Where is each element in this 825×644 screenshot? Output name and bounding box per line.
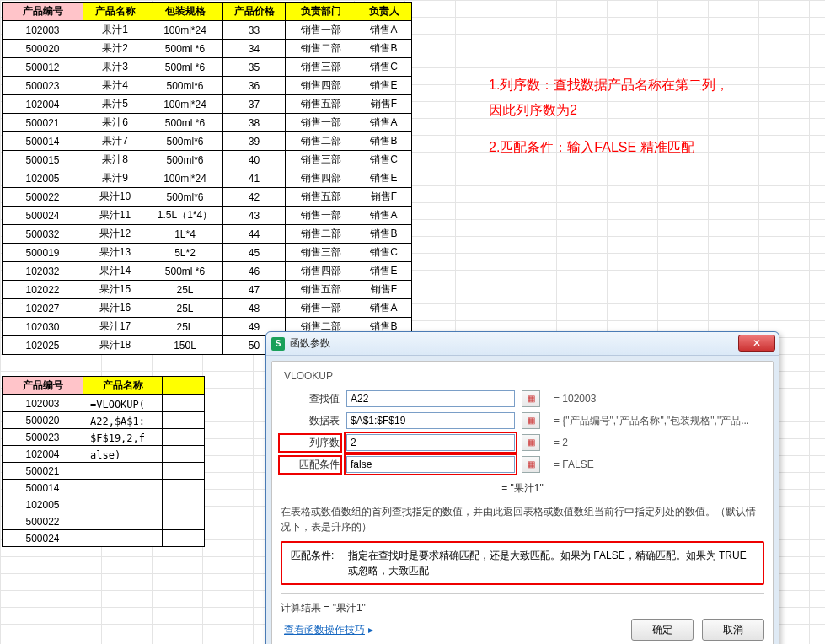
cell[interactable]: 销售B (356, 132, 412, 151)
cell[interactable]: 销售二部 (286, 225, 356, 244)
cell[interactable]: 500021 (3, 114, 83, 132)
cell[interactable]: 果汁10 (83, 188, 147, 207)
cell[interactable]: 销售四部 (286, 262, 356, 281)
cell[interactable]: 销售A (356, 299, 412, 318)
cell[interactable]: 33 (223, 21, 286, 40)
range-selector-button[interactable]: ▦ (522, 390, 540, 407)
table-row[interactable]: 102005 (3, 496, 205, 513)
cell[interactable]: 销售F (356, 95, 412, 114)
cell[interactable]: 500022 (3, 513, 83, 530)
cell[interactable]: 销售F (356, 188, 412, 207)
cell[interactable]: 102025 (3, 336, 83, 355)
table-row[interactable]: 500023果汁4500ml*636销售四部销售E (3, 77, 412, 95)
cell[interactable]: 102003 (3, 395, 83, 412)
cell[interactable]: 销售B (356, 225, 412, 244)
cell[interactable]: 500019 (3, 244, 83, 262)
cell[interactable]: 500ml *6 (147, 40, 223, 58)
cell[interactable] (83, 480, 163, 496)
cell[interactable]: 果汁1 (83, 21, 147, 40)
cell[interactable]: 销售二部 (286, 132, 356, 151)
cell[interactable]: 销售A (356, 207, 412, 225)
cell[interactable]: 销售三部 (286, 151, 356, 169)
table-row[interactable]: 102027果汁1625L48销售一部销售A (3, 299, 412, 318)
table-row[interactable]: 500019果汁135L*245销售三部销售C (3, 244, 412, 262)
range-selector-button[interactable]: ▦ (522, 412, 540, 429)
cell[interactable]: 150L (147, 336, 223, 355)
cell[interactable]: 果汁18 (83, 336, 147, 355)
cell[interactable]: 500014 (3, 132, 83, 151)
cell[interactable]: 销售一部 (286, 114, 356, 132)
cell[interactable]: 102005 (3, 496, 83, 513)
cell[interactable]: 102030 (3, 318, 83, 336)
cell[interactable]: 果汁17 (83, 318, 147, 336)
range-selector-button[interactable]: ▦ (522, 434, 540, 451)
cell[interactable]: 果汁13 (83, 244, 147, 262)
table-row[interactable]: 500014果汁7500ml*639销售二部销售B (3, 132, 412, 151)
cell[interactable]: 销售E (356, 262, 412, 281)
table-array-input[interactable] (346, 412, 515, 429)
table-row[interactable]: 500021果汁6500ml *638销售一部销售A (3, 114, 412, 132)
cell[interactable]: 500012 (3, 58, 83, 77)
cell[interactable] (163, 480, 205, 496)
table-row[interactable]: 500015果汁8500ml*640销售三部销售C (3, 151, 412, 169)
cell[interactable]: 40 (223, 151, 286, 169)
cell[interactable]: 果汁3 (83, 58, 147, 77)
cell[interactable]: 销售一部 (286, 21, 356, 40)
cell[interactable]: 果汁4 (83, 77, 147, 95)
cell[interactable]: 果汁15 (83, 281, 147, 299)
cell[interactable] (83, 530, 163, 547)
cell[interactable]: 38 (223, 114, 286, 132)
cell[interactable]: 果汁11 (83, 207, 147, 225)
cell[interactable]: 100ml*24 (147, 21, 223, 40)
cell[interactable]: 102027 (3, 299, 83, 318)
cell[interactable]: 25L (147, 299, 223, 318)
cell[interactable]: 36 (223, 77, 286, 95)
cell[interactable]: 500ml*6 (147, 151, 223, 169)
cell[interactable]: 销售三部 (286, 244, 356, 262)
table-row[interactable]: 500024 (3, 530, 205, 547)
cell[interactable]: 果汁5 (83, 95, 147, 114)
cell[interactable]: 500014 (3, 480, 83, 496)
cell[interactable] (83, 513, 163, 530)
cell[interactable]: 46 (223, 262, 286, 281)
help-link[interactable]: 查看函数操作技巧▸ (284, 623, 373, 637)
cell[interactable]: 销售C (356, 151, 412, 169)
cancel-button[interactable]: 取消 (702, 619, 764, 641)
cell[interactable]: 102004 (3, 95, 83, 114)
cell[interactable]: 500ml*6 (147, 188, 223, 207)
cell[interactable]: 25L (147, 318, 223, 336)
cell[interactable]: 500024 (3, 530, 83, 547)
lookup-value-input[interactable] (346, 390, 515, 407)
cell[interactable]: 果汁6 (83, 114, 147, 132)
cell[interactable]: 销售五部 (286, 188, 356, 207)
cell[interactable]: 果汁7 (83, 132, 147, 151)
cell[interactable]: 500ml *6 (147, 262, 223, 281)
cell[interactable]: 果汁12 (83, 225, 147, 244)
cell[interactable]: 果汁14 (83, 262, 147, 281)
cell[interactable]: 果汁2 (83, 40, 147, 58)
cell[interactable]: 48 (223, 299, 286, 318)
cell[interactable]: 500ml*6 (147, 77, 223, 95)
cell[interactable]: 销售一部 (286, 299, 356, 318)
cell[interactable]: 5L*2 (147, 244, 223, 262)
table-row[interactable]: 102004果汁5100ml*2437销售五部销售F (3, 95, 412, 114)
cell[interactable]: 100ml*24 (147, 95, 223, 114)
cell[interactable]: 500032 (3, 225, 83, 244)
cell[interactable]: 35 (223, 58, 286, 77)
cell[interactable]: 500023 (3, 77, 83, 95)
cell[interactable]: 102022 (3, 281, 83, 299)
cell[interactable]: 500020 (3, 40, 83, 58)
cell[interactable]: 销售一部 (286, 207, 356, 225)
cell[interactable]: 销售E (356, 77, 412, 95)
cell[interactable]: 42 (223, 188, 286, 207)
cell[interactable]: 销售C (356, 58, 412, 77)
cell[interactable]: 500ml*6 (147, 132, 223, 151)
cell[interactable]: 1.5L（1*4） (147, 207, 223, 225)
cell[interactable]: 500ml *6 (147, 58, 223, 77)
cell[interactable]: 销售F (356, 281, 412, 299)
cell[interactable]: 500022 (3, 188, 83, 207)
cell[interactable]: 销售五部 (286, 281, 356, 299)
table-row[interactable]: 500024果汁111.5L（1*4）43销售一部销售A (3, 207, 412, 225)
range-lookup-input[interactable] (346, 456, 515, 473)
cell[interactable]: 销售B (356, 40, 412, 58)
